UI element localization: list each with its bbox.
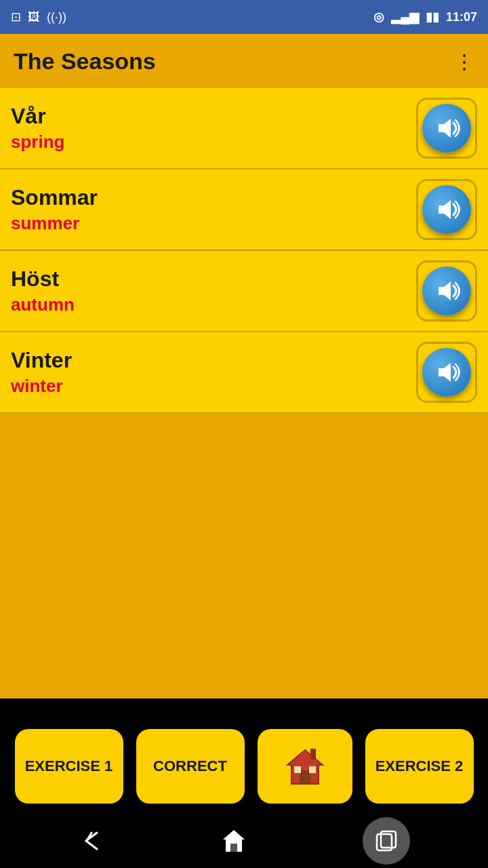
audio-circle-1 (422, 104, 471, 153)
menu-icon[interactable]: ⋮ (454, 50, 474, 73)
wifi-icon: ((·)) (47, 10, 66, 24)
status-icons-left: ⊡ 🖼 ((·)) (11, 9, 66, 24)
page-title: The Seasons (14, 48, 156, 75)
vocab-list: Vårspring Sommarsummer Höstautumn Vinter… (0, 88, 488, 414)
image-icon: 🖼 (28, 10, 40, 24)
vocab-english-1: spring (11, 132, 64, 153)
vocab-row: Sommarsummer (0, 170, 488, 251)
exercise1-button[interactable]: EXERCISE 1 (15, 729, 123, 804)
svg-rect-10 (230, 844, 237, 852)
vocab-swedish-4: Vinter (11, 348, 72, 373)
vocab-text-3: Höstautumn (11, 267, 75, 315)
back-icon (78, 827, 105, 854)
audio-circle-2 (422, 185, 471, 234)
svg-rect-5 (300, 770, 310, 784)
vocab-swedish-3: Höst (11, 267, 75, 292)
home-button[interactable] (258, 729, 352, 804)
bottom-spacer (0, 698, 488, 719)
vocab-english-3: autumn (11, 294, 75, 315)
svg-marker-0 (439, 119, 451, 138)
signal-icon: ▂▄▆ (391, 9, 419, 24)
svg-marker-3 (439, 363, 451, 382)
svg-rect-6 (294, 766, 301, 773)
cast-icon: ⊡ (11, 9, 21, 24)
vocab-english-2: summer (11, 213, 98, 234)
audio-button-3[interactable] (416, 260, 477, 321)
vocab-swedish-1: Vår (11, 104, 64, 129)
vocab-row: Vårspring (0, 88, 488, 170)
svg-marker-1 (439, 200, 451, 219)
speaker-icon (433, 359, 460, 386)
status-icons-right: ◎ ▂▄▆ ▮▮ 11:07 (373, 9, 477, 24)
speaker-icon (433, 277, 460, 304)
nav-bar (0, 814, 488, 868)
speaker-icon (433, 196, 460, 223)
correct-button[interactable]: CORRECT (136, 729, 245, 804)
svg-rect-7 (309, 766, 316, 773)
audio-button-2[interactable] (416, 179, 477, 240)
exercise2-button[interactable]: EXERCISE 2 (365, 729, 474, 804)
audio-circle-4 (422, 348, 471, 397)
vocab-text-4: Vinterwinter (11, 348, 72, 397)
vocab-english-4: winter (11, 376, 72, 397)
action-buttons: EXERCISE 1 CORRECT EXERCISE 2 (0, 719, 488, 814)
vocab-row: Vinterwinter (0, 332, 488, 414)
audio-button-4[interactable] (416, 342, 477, 403)
location-icon: ◎ (373, 9, 384, 24)
clock: 11:07 (446, 10, 477, 24)
svg-marker-2 (439, 281, 451, 300)
empty-area (0, 414, 488, 698)
audio-button-1[interactable] (416, 98, 477, 159)
speaker-icon (433, 115, 460, 142)
vocab-text-1: Vårspring (11, 104, 64, 153)
vocab-text-2: Sommarsummer (11, 185, 98, 234)
audio-circle-3 (422, 267, 471, 315)
home-nav-button[interactable] (220, 827, 247, 854)
home-icon (285, 746, 325, 787)
status-bar: ⊡ 🖼 ((·)) ◎ ▂▄▆ ▮▮ 11:07 (0, 0, 488, 34)
battery-icon: ▮▮ (426, 9, 439, 24)
svg-rect-8 (310, 749, 316, 760)
app-header: The Seasons ⋮ (0, 34, 488, 88)
home-nav-icon (220, 827, 247, 854)
recents-button[interactable] (363, 817, 410, 865)
recents-icon (374, 829, 399, 853)
vocab-swedish-2: Sommar (11, 185, 98, 210)
back-button[interactable] (78, 827, 105, 854)
vocab-row: Höstautumn (0, 251, 488, 332)
